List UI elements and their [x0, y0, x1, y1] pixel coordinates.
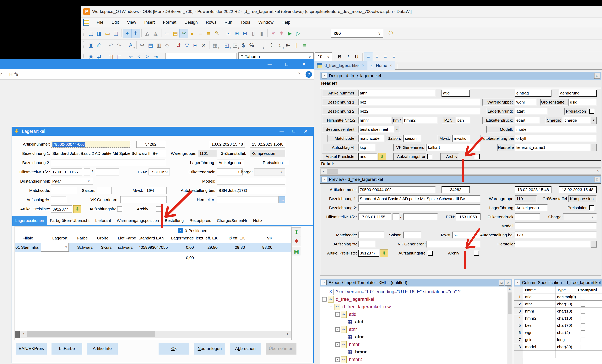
paintbar-icon[interactable]: ▲: [188, 29, 196, 38]
bezeichnung1-input[interactable]: Standard Jobst Basic 2 AD petite Mit Spi…: [358, 195, 481, 202]
minimize-icon[interactable]: —: [280, 128, 284, 134]
button-neu-anlegen[interactable]: Neu anlegen: [194, 343, 225, 354]
db-profile-icon[interactable]: ≣: [196, 29, 204, 38]
mwst-input[interactable]: 19%: [145, 187, 167, 194]
currency-icon[interactable]: $: [239, 41, 247, 50]
bestandseinheit-dropdown-icon[interactable]: ▼: [394, 126, 400, 133]
scroll-right-icon[interactable]: ›: [596, 169, 600, 174]
dropdown-caret-icon[interactable]: ▾: [133, 46, 135, 49]
column-name[interactable]: atid: [525, 295, 532, 299]
prompt-checkbox[interactable]: [580, 323, 585, 328]
etikettendruck-input[interactable]: [515, 213, 540, 220]
hersteller-input[interactable]: [515, 241, 591, 248]
vk-generieren-input[interactable]: kalkart: [427, 144, 481, 151]
debug-icon[interactable]: ✶: [269, 29, 277, 38]
preisliste-open-icon[interactable]: ⇩: [73, 205, 81, 213]
chevron-down-icon[interactable]: ∨: [65, 245, 67, 249]
send-to-back-icon[interactable]: ◳▾: [231, 41, 239, 50]
tab-Lieferant[interactable]: Lieferant: [92, 216, 114, 225]
column-name[interactable]: wgnr: [525, 330, 534, 335]
preisliste-open-icon[interactable]: ⇩: [380, 250, 388, 257]
pipeline-icon[interactable]: ▯: [249, 29, 258, 38]
groessenstaffel-label[interactable]: Größenstaffel:: [540, 99, 568, 106]
dropdown-caret-icon[interactable]: ▾: [218, 46, 219, 49]
button-ok[interactable]: Ok: [159, 343, 189, 354]
lagerartikel-title-bar[interactable]: Lagerartikel — □ ✕: [12, 127, 313, 136]
panel-restore-icon[interactable]: □: [594, 73, 600, 79]
underline-button[interactable]: U: [352, 52, 361, 61]
column-type[interactable]: long: [557, 337, 565, 342]
positions-hscrollbar[interactable]: ‹ ›: [21, 331, 291, 338]
menu-file[interactable]: File: [93, 20, 108, 25]
tree-item-hmnr2[interactable]: ▦hmnr2: [320, 363, 507, 364]
archiv-label[interactable]: Archiv: [440, 153, 459, 160]
saison-input[interactable]: [403, 231, 421, 239]
null-positions-checkbox[interactable]: ✓: [178, 228, 183, 233]
column-header-3[interactable]: Größe: [97, 234, 108, 242]
bestandseinheit-label[interactable]: Bestandseinheit:: [322, 126, 357, 133]
bezeichnung2-label[interactable]: Bezeichnung 2:: [322, 108, 357, 115]
column-type[interactable]: char(30): [557, 302, 572, 306]
tab-Bestellung[interactable]: Bestellung: [162, 216, 186, 225]
close-icon[interactable]: ✕: [304, 128, 308, 134]
warengruppe-input[interactable]: wgnr: [515, 99, 537, 106]
edit-source-icon[interactable]: ✎: [213, 29, 221, 38]
height-icon[interactable]: ⇕: [267, 41, 276, 50]
toolbar-grip[interactable]: [83, 41, 85, 49]
column-header-8[interactable]: Ø eff. EK: [218, 234, 245, 242]
column-header-4[interactable]: Lief Farbe: [118, 234, 136, 242]
align-justify-icon[interactable]: ≡: [390, 52, 398, 61]
scrollbar-thumb[interactable]: [27, 331, 155, 337]
tab-Rezeptpreis[interactable]: Rezeptpreis: [186, 216, 214, 225]
warengruppe-label[interactable]: Warengruppe:: [483, 99, 515, 106]
menu-rows[interactable]: Rows: [202, 20, 220, 25]
lagerfuehrung-label[interactable]: Lagerführung:: [487, 108, 515, 115]
exit-icon[interactable]: ⎋: [387, 29, 395, 38]
column-type[interactable]: char(30): [557, 344, 572, 349]
vk-generieren-input[interactable]: [427, 241, 481, 248]
column-header-5[interactable]: Standard EAN: [139, 234, 164, 242]
button-ean-ekpreis[interactable]: EAN/EKPreis: [16, 343, 47, 354]
menu-tools[interactable]: Tools: [236, 20, 254, 25]
charge-combo[interactable]: charge: [563, 117, 591, 124]
saison-label[interactable]: Saison:: [386, 135, 403, 142]
column-name[interactable]: atnr: [525, 302, 532, 306]
lagerort-combo[interactable]: ∨: [41, 243, 69, 252]
tab-Farbgrößen-Übersicht[interactable]: Farbgrößen-Übersicht: [47, 216, 92, 225]
chevron-down-icon[interactable]: ∨: [325, 54, 332, 59]
column-type[interactable]: decimal(0): [557, 295, 576, 299]
cut-icon[interactable]: ✂: [138, 41, 146, 50]
maximize-icon[interactable]: □: [284, 62, 290, 67]
column-header-1[interactable]: Lagerort: [52, 234, 67, 242]
rows-icon[interactable]: ⊟: [191, 41, 199, 50]
filter-icon[interactable]: ▽: [183, 41, 191, 50]
hersteller-more-button[interactable]: ...: [279, 196, 285, 203]
incremental-build-icon[interactable]: ◮: [151, 29, 160, 38]
tree-expander-icon[interactable]: −: [335, 343, 340, 347]
open-icon[interactable]: ▭: [103, 29, 112, 38]
tree-item-atnr[interactable]: −<>atnr: [320, 326, 507, 333]
column-name[interactable]: bez: [525, 323, 532, 328]
etikettendruck-input[interactable]: etiart: [515, 117, 540, 124]
tree-expander-icon[interactable]: −: [335, 312, 340, 317]
tree-item-hmnr[interactable]: ▦hmnr: [320, 348, 507, 356]
collapse-chevron-icon[interactable]: ⌃: [297, 72, 301, 77]
close-window-icon[interactable]: ⊟: [241, 29, 249, 38]
scrollbar-thumb[interactable]: [508, 292, 512, 314]
hersteller-more-button[interactable]: ...: [591, 144, 597, 151]
column-type[interactable]: char(10): [557, 309, 572, 313]
dropdown-caret-icon[interactable]: ▾: [263, 46, 264, 49]
paste-icon[interactable]: ▥: [155, 41, 163, 50]
tree-expander-icon[interactable]: −: [335, 327, 340, 332]
hersteller-more-button[interactable]: ...: [591, 241, 597, 248]
preview-panel-title-bar[interactable]: ◔ Preview - d_free_lagerartikel □: [320, 176, 601, 184]
preview-window-icon[interactable]: ⊞: [233, 29, 241, 38]
prompt-checkbox[interactable]: [580, 295, 585, 299]
menu-help[interactable]: Help: [278, 20, 294, 25]
debug-select-icon[interactable]: ✶: [277, 29, 286, 38]
database-icon[interactable]: ≡: [204, 29, 213, 38]
modell-input[interactable]: [217, 178, 285, 185]
tab-Wareneingangsposition[interactable]: Wareneingangsposition: [114, 216, 162, 225]
design-hscrollbar[interactable]: ‹ ›: [320, 168, 601, 174]
menu-format[interactable]: Format: [159, 20, 181, 25]
